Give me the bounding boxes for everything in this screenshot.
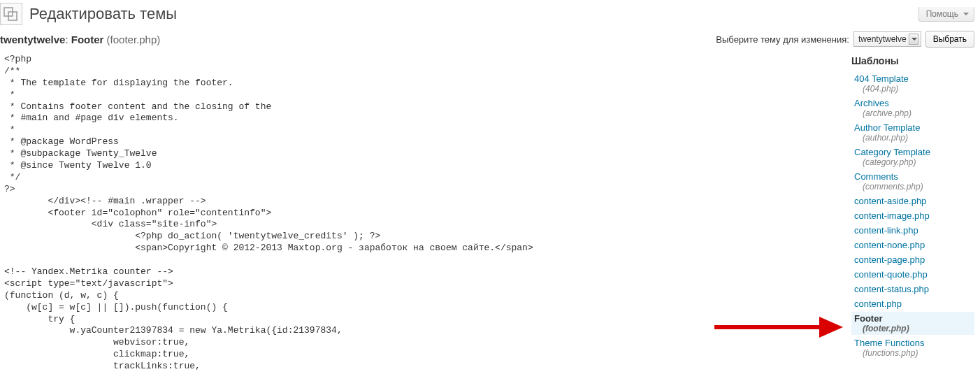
template-file-name: (archive.php)	[854, 108, 974, 118]
template-file-name: (functions.php)	[854, 348, 974, 358]
template-file-item[interactable]: content-aside.php	[851, 194, 974, 208]
theme-select-value: twentytwelve	[858, 34, 907, 44]
template-file-item[interactable]: content-quote.php	[851, 268, 974, 281]
file-subheader: twentytwelve: Footer (footer.php) Выбери…	[0, 31, 980, 54]
template-file-item[interactable]: content-status.php	[851, 282, 974, 296]
page-title: Редактировать темы	[29, 5, 177, 23]
template-file-item[interactable]: content.php	[851, 297, 974, 310]
template-file-name: (footer.php)	[854, 324, 974, 333]
template-file-item[interactable]: content-none.php	[851, 238, 974, 252]
help-button[interactable]: Помощь	[918, 7, 974, 22]
template-file-item[interactable]: content-link.php	[851, 224, 974, 237]
template-file-item[interactable]: Category Template(category.php)	[851, 145, 974, 168]
file-name-paren: (footer.php)	[107, 34, 161, 45]
editor-panel	[0, 54, 847, 378]
template-file-item[interactable]: Archives(archive.php)	[851, 96, 974, 120]
template-file-item[interactable]: Footer(footer.php)	[851, 312, 974, 335]
theme-name: twentytwelve	[0, 34, 65, 45]
template-file-item[interactable]: Comments(comments.php)	[851, 170, 974, 193]
template-file-link[interactable]: 404 Template	[854, 73, 909, 84]
template-file-item[interactable]: 404 Template(404.php)	[851, 72, 974, 95]
file-label: Footer	[71, 34, 104, 45]
template-file-link[interactable]: Footer	[854, 313, 882, 324]
template-file-link[interactable]: content-page.php	[854, 254, 925, 265]
templates-sidebar: Шаблоны 404 Template(404.php)Archives(ar…	[847, 54, 980, 361]
template-file-item[interactable]: Author Template(author.php)	[851, 121, 974, 144]
template-file-name: (author.php)	[854, 133, 974, 143]
theme-select-dropdown[interactable]: twentytwelve	[853, 31, 921, 47]
template-file-item[interactable]: content-image.php	[851, 209, 974, 222]
template-file-link[interactable]: Comments	[854, 171, 898, 182]
code-editor[interactable]	[4, 54, 847, 375]
template-file-link[interactable]: content-aside.php	[854, 196, 926, 206]
chevron-down-icon	[909, 34, 918, 45]
template-file-link[interactable]: content-none.php	[854, 240, 925, 250]
template-file-link[interactable]: content-status.php	[854, 284, 929, 294]
themes-icon	[0, 3, 22, 25]
page-header: Редактировать темы Помощь	[0, 0, 980, 31]
template-file-link[interactable]: Category Template	[854, 147, 930, 157]
template-file-name: (category.php)	[854, 157, 974, 167]
template-file-link[interactable]: Author Template	[854, 122, 920, 133]
template-file-link[interactable]: Archives	[854, 98, 889, 108]
template-file-item[interactable]: Theme Functions(functions.php)	[851, 336, 974, 359]
template-file-item[interactable]: content-page.php	[851, 253, 974, 266]
template-file-link[interactable]: Theme Functions	[854, 338, 924, 348]
theme-select-label: Выберите тему для изменения:	[716, 34, 849, 45]
current-file-title: twentytwelve: Footer (footer.php)	[0, 34, 160, 45]
template-file-link[interactable]: content.php	[854, 299, 902, 309]
template-file-link[interactable]: content-link.php	[854, 225, 918, 236]
sidebar-heading: Шаблоны	[851, 55, 974, 66]
theme-selector: Выберите тему для изменения: twentytwelv…	[716, 31, 974, 48]
template-file-link[interactable]: content-quote.php	[854, 269, 928, 280]
select-theme-button[interactable]: Выбрать	[925, 31, 974, 48]
main-content: Шаблоны 404 Template(404.php)Archives(ar…	[0, 54, 980, 378]
template-file-link[interactable]: content-image.php	[854, 210, 930, 221]
template-file-name: (comments.php)	[854, 182, 974, 192]
template-file-list: 404 Template(404.php)Archives(archive.ph…	[851, 72, 974, 359]
template-file-name: (404.php)	[854, 84, 974, 94]
